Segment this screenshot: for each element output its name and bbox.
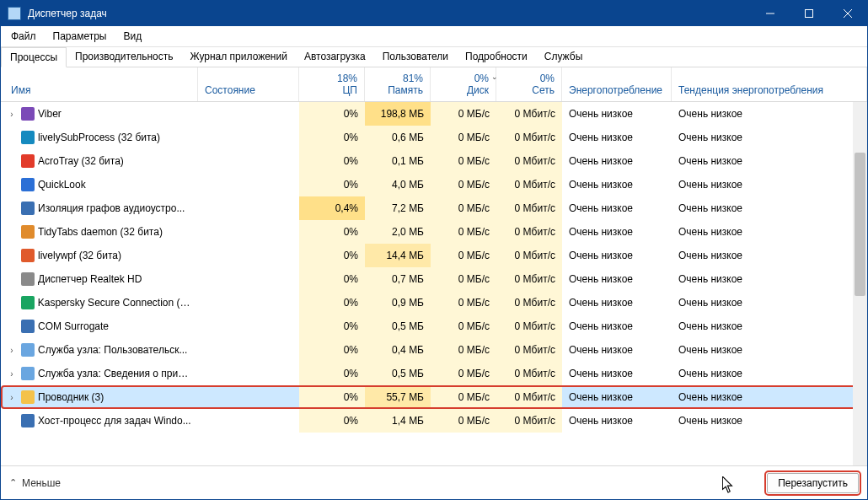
- cursor-icon: [722, 476, 734, 493]
- cell-memory: 7,2 МБ: [365, 196, 431, 220]
- fewer-details-label: Меньше: [22, 477, 61, 489]
- process-row[interactable]: ›Хост-процесс для задач Windo...0%1,4 МБ…: [1, 409, 867, 433]
- cell-trend: Очень низкое: [672, 149, 867, 173]
- process-row[interactable]: ›Viber0%198,8 МБ0 МБ/с0 Мбит/сОчень низк…: [1, 102, 867, 126]
- process-row[interactable]: ›livelywpf (32 бита)0%14,4 МБ0 МБ/с0 Мби…: [1, 244, 867, 267]
- cell-cpu: 0%: [299, 244, 365, 267]
- col-header-memory[interactable]: 81%Память: [365, 67, 431, 101]
- menu-view[interactable]: Вид: [116, 29, 148, 44]
- cell-cpu: 0,4%: [299, 196, 365, 220]
- col-header-power[interactable]: Энергопотребление: [562, 67, 672, 101]
- statusbar: ⌃ Меньше Перезапустить: [1, 465, 867, 499]
- tab-6[interactable]: Службы: [536, 47, 591, 67]
- process-row[interactable]: ›Kaspersky Secure Connection (3...0%0,9 …: [1, 291, 867, 315]
- menu-file[interactable]: Файл: [4, 29, 43, 44]
- process-name: Служба узла: Сведения о прил...: [38, 368, 191, 379]
- expand-chevron-icon[interactable]: ›: [6, 393, 18, 402]
- col-header-state[interactable]: Состояние: [198, 67, 299, 101]
- expand-chevron-icon[interactable]: ›: [6, 346, 18, 355]
- process-row[interactable]: ›livelySubProcess (32 бита)0%0,6 МБ0 МБ/…: [1, 126, 867, 149]
- col-header-name[interactable]: Имя: [1, 67, 198, 101]
- scroll-thumb[interactable]: [855, 153, 865, 296]
- cell-state: [198, 291, 299, 315]
- cell-disk: 0 МБ/с: [431, 315, 496, 338]
- cell-memory: 0,5 МБ: [365, 315, 431, 338]
- cell-memory: 0,6 МБ: [365, 126, 431, 149]
- cell-disk: 0 МБ/с: [431, 338, 496, 362]
- minimize-button[interactable]: [751, 1, 790, 26]
- cell-power: Очень низкое: [562, 149, 672, 173]
- cell-trend: Очень низкое: [672, 220, 867, 244]
- cell-disk: 0 МБ/с: [431, 291, 496, 315]
- process-row[interactable]: ›Изоляция графов аудиоустро...0,4%7,2 МБ…: [1, 196, 867, 220]
- cell-cpu: 0%: [299, 173, 365, 196]
- cell-power: Очень низкое: [562, 102, 672, 126]
- cell-network: 0 Мбит/с: [496, 291, 562, 315]
- restart-button[interactable]: Перезапустить: [767, 473, 859, 493]
- cell-network: 0 Мбит/с: [496, 102, 562, 126]
- process-row[interactable]: ›Проводник (3)0%55,7 МБ0 МБ/с0 Мбит/сОче…: [1, 385, 867, 409]
- tab-4[interactable]: Пользователи: [374, 47, 457, 67]
- cell-state: [198, 385, 299, 409]
- process-row[interactable]: ›Диспетчер Realtek HD0%0,7 МБ0 МБ/с0 Мби…: [1, 267, 867, 291]
- cell-network: 0 Мбит/с: [496, 385, 562, 409]
- cell-state: [198, 196, 299, 220]
- close-button[interactable]: [828, 1, 867, 26]
- cell-power: Очень низкое: [562, 291, 672, 315]
- expand-chevron-icon[interactable]: ›: [6, 369, 18, 379]
- process-icon: [21, 367, 35, 380]
- menu-options[interactable]: Параметры: [46, 29, 114, 44]
- tab-1[interactable]: Производительность: [67, 47, 181, 67]
- scrollbar[interactable]: [853, 102, 867, 465]
- cell-cpu: 0%: [299, 409, 365, 433]
- col-header-trend[interactable]: Тенденция энергопотребления: [672, 67, 867, 101]
- cell-cpu: 0%: [299, 291, 365, 315]
- cell-memory: 0,5 МБ: [365, 362, 431, 385]
- cell-network: 0 Мбит/с: [496, 149, 562, 173]
- col-header-disk[interactable]: 0%Диск: [431, 67, 496, 101]
- cell-power: Очень низкое: [562, 315, 672, 338]
- process-row[interactable]: ›QuickLook0%4,0 МБ0 МБ/с0 Мбит/сОчень ни…: [1, 173, 867, 196]
- expand-chevron-icon[interactable]: ›: [6, 110, 18, 119]
- cell-disk: 0 МБ/с: [431, 149, 496, 173]
- col-header-network[interactable]: 0%Сеть: [496, 67, 562, 101]
- process-row[interactable]: ›Служба узла: Сведения о прил...0%0,5 МБ…: [1, 362, 867, 385]
- cell-trend: Очень низкое: [672, 362, 867, 385]
- tab-0[interactable]: Процессы: [1, 47, 67, 67]
- cell-state: [198, 362, 299, 385]
- cell-trend: Очень низкое: [672, 385, 867, 409]
- tab-2[interactable]: Журнал приложений: [182, 47, 296, 67]
- sort-dropdown-icon[interactable]: ⌄: [491, 73, 498, 81]
- cell-memory: 0,7 МБ: [365, 267, 431, 291]
- titlebar[interactable]: Диспетчер задач: [1, 1, 867, 26]
- tab-3[interactable]: Автозагрузка: [296, 47, 374, 67]
- cell-trend: Очень низкое: [672, 409, 867, 433]
- cell-network: 0 Мбит/с: [496, 244, 562, 267]
- process-icon: [21, 414, 35, 427]
- cell-network: 0 Мбит/с: [496, 196, 562, 220]
- cell-disk: 0 МБ/с: [431, 409, 496, 433]
- col-header-cpu[interactable]: 18%ЦП: [299, 67, 365, 101]
- cell-state: [198, 126, 299, 149]
- process-row[interactable]: ›Служба узла: Пользовательск...0%0,4 МБ0…: [1, 338, 867, 362]
- process-row[interactable]: ›AcroTray (32 бита)0%0,1 МБ0 МБ/с0 Мбит/…: [1, 149, 867, 173]
- cell-state: [198, 220, 299, 244]
- process-row[interactable]: ›COM Surrogate0%0,5 МБ0 МБ/с0 Мбит/сОчен…: [1, 315, 867, 338]
- cell-memory: 2,0 МБ: [365, 220, 431, 244]
- maximize-button[interactable]: [790, 1, 828, 26]
- tab-5[interactable]: Подробности: [457, 47, 536, 67]
- cell-power: Очень низкое: [562, 126, 672, 149]
- cell-cpu: 0%: [299, 315, 365, 338]
- window-title: Диспетчер задач: [28, 8, 751, 19]
- cell-state: [198, 315, 299, 338]
- cell-memory: 4,0 МБ: [365, 173, 431, 196]
- cell-cpu: 0%: [299, 149, 365, 173]
- fewer-details-button[interactable]: ⌃ Меньше: [9, 477, 61, 489]
- cell-trend: Очень низкое: [672, 267, 867, 291]
- process-name: TidyTabs daemon (32 бита): [38, 226, 163, 238]
- process-row[interactable]: ›TidyTabs daemon (32 бита)0%2,0 МБ0 МБ/с…: [1, 220, 867, 244]
- cell-disk: 0 МБ/с: [431, 126, 496, 149]
- cell-cpu: 0%: [299, 362, 365, 385]
- cell-power: Очень низкое: [562, 385, 672, 409]
- process-name: Изоляция графов аудиоустро...: [38, 202, 185, 214]
